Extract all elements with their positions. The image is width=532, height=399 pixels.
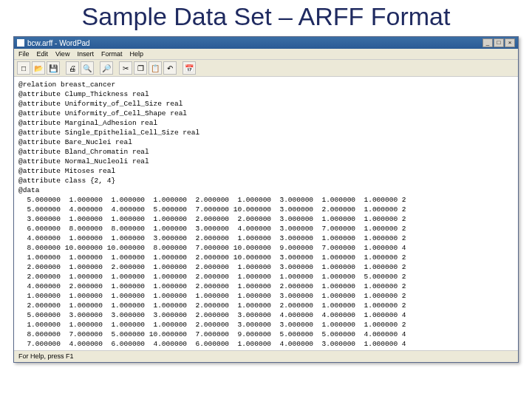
data-row: 4.000000 2.000000 1.000000 1.000000 2.00… [18, 282, 514, 291]
data-row: 3.000000 1.000000 1.000000 1.000000 2.00… [18, 214, 514, 224]
attribute-line: @attribute Clump_Thickness real [18, 89, 514, 99]
data-row: 1.000000 1.000000 1.000000 1.000000 2.00… [18, 253, 514, 262]
menu-edit[interactable]: Edit [37, 50, 49, 58]
data-header-line: @data [18, 185, 514, 195]
data-row: 5.000000 1.000000 1.000000 1.000000 2.00… [18, 195, 514, 205]
find-icon[interactable]: 🔎 [100, 61, 113, 75]
relation-line: @relation breast_cancer [18, 80, 514, 89]
menu-view[interactable]: View [55, 50, 69, 58]
cut-icon[interactable]: ✂ [119, 61, 132, 75]
statusbar: For Help, press F1 [14, 350, 518, 362]
app-icon [17, 39, 24, 47]
document-content[interactable]: @relation breast_cancer@attribute Clump_… [14, 77, 518, 350]
toolbar-separator [95, 61, 98, 75]
menu-help[interactable]: Help [129, 50, 143, 58]
attribute-line: @attribute Single_Epithelial_Cell_Size r… [18, 128, 514, 137]
attribute-line: @attribute class {2, 4} [18, 176, 514, 185]
toolbar-separator [61, 61, 64, 75]
toolbar: □📂💾🖨🔍🔎✂❐📋↶📅 [14, 60, 518, 77]
print-icon[interactable]: 🖨 [66, 61, 79, 75]
undo-icon[interactable]: ↶ [163, 61, 177, 75]
menu-file[interactable]: File [18, 50, 30, 58]
window-title: bcw.arff - WordPad [27, 39, 90, 47]
data-row: 2.000000 1.000000 2.000000 1.000000 2.00… [18, 262, 514, 272]
data-row: 5.000000 3.000000 3.000000 3.000000 2.00… [18, 310, 514, 320]
data-row: 8.000000 10.000000 10.000000 8.000000 7.… [18, 243, 514, 253]
toolbar-separator [115, 61, 117, 75]
paste-icon[interactable]: 📋 [149, 61, 162, 75]
toolbar-separator [178, 61, 181, 75]
attribute-line: @attribute Bland_Chromatin real [18, 147, 514, 157]
preview-icon[interactable]: 🔍 [81, 61, 94, 75]
slide-title: Sample Data Set – ARFF Format [0, 0, 532, 36]
menu-insert[interactable]: Insert [77, 50, 94, 58]
minimize-button[interactable]: _ [482, 38, 493, 47]
copy-icon[interactable]: ❐ [134, 61, 147, 75]
data-row: 5.000000 4.000000 4.000000 5.000000 7.00… [18, 205, 514, 214]
attribute-line: @attribute Marginal_Adhesion real [18, 118, 514, 128]
attribute-line: @attribute Bare_Nuclei real [18, 137, 514, 147]
data-row: 4.000000 1.000000 1.000000 3.000000 2.00… [18, 233, 514, 243]
titlebar: bcw.arff - WordPad _ □ × [14, 37, 518, 49]
save-icon[interactable]: 💾 [47, 61, 60, 75]
close-button[interactable]: × [505, 38, 515, 47]
date-icon[interactable]: 📅 [183, 61, 196, 75]
maximize-button[interactable]: □ [494, 38, 504, 47]
data-row: 7.000000 4.000000 6.000000 4.000000 6.00… [18, 339, 514, 349]
open-icon[interactable]: 📂 [32, 61, 45, 75]
menubar: FileEditViewInsertFormatHelp [14, 49, 518, 60]
wordpad-window: bcw.arff - WordPad _ □ × FileEditViewIns… [13, 36, 519, 363]
new-icon[interactable]: □ [17, 61, 30, 75]
attribute-line: @attribute Mitoses real [18, 166, 514, 176]
data-row: 4.000000 1.000000 1.000000 1.000000 2.00… [18, 349, 514, 350]
menu-format[interactable]: Format [101, 50, 123, 58]
data-row: 2.000000 1.000000 1.000000 1.000000 2.00… [18, 272, 514, 282]
data-row: 2.000000 1.000000 1.000000 1.000000 2.00… [18, 301, 514, 310]
data-row: 1.000000 1.000000 1.000000 1.000000 2.00… [18, 320, 514, 330]
data-row: 6.000000 8.000000 8.000000 1.000000 3.00… [18, 224, 514, 233]
data-row: 1.000000 1.000000 1.000000 1.000000 1.00… [18, 291, 514, 301]
attribute-line: @attribute Uniformity_of_Cell_Size real [18, 99, 514, 109]
attribute-line: @attribute Normal_Nucleoli real [18, 157, 514, 166]
data-row: 8.000000 7.000000 5.000000 10.000000 7.0… [18, 330, 514, 339]
attribute-line: @attribute Uniformity_of_Cell_Shape real [18, 109, 514, 118]
